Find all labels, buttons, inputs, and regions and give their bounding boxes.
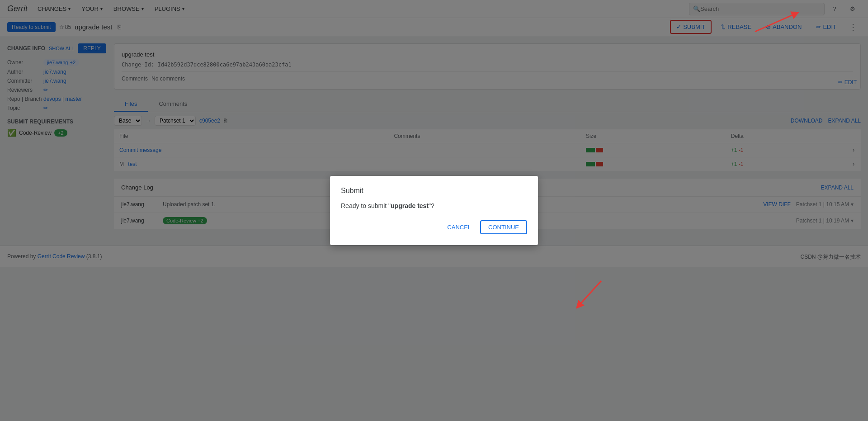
modal-change-name: upgrade test	[391, 202, 429, 209]
modal-continue-button[interactable]: CONTINUE	[480, 220, 527, 234]
modal-actions: CANCEL CONTINUE	[341, 220, 527, 234]
modal-body: Ready to submit "upgrade test"?	[341, 202, 527, 209]
modal-body-suffix: "?	[429, 202, 434, 209]
submit-modal: Submit Ready to submit "upgrade test"? C…	[330, 176, 538, 245]
modal-overlay[interactable]: Submit Ready to submit "upgrade test"? C…	[0, 0, 868, 267]
modal-body-prefix: Ready to submit "	[341, 202, 391, 209]
modal-cancel-button[interactable]: CANCEL	[442, 220, 476, 234]
modal-title: Submit	[341, 187, 527, 195]
